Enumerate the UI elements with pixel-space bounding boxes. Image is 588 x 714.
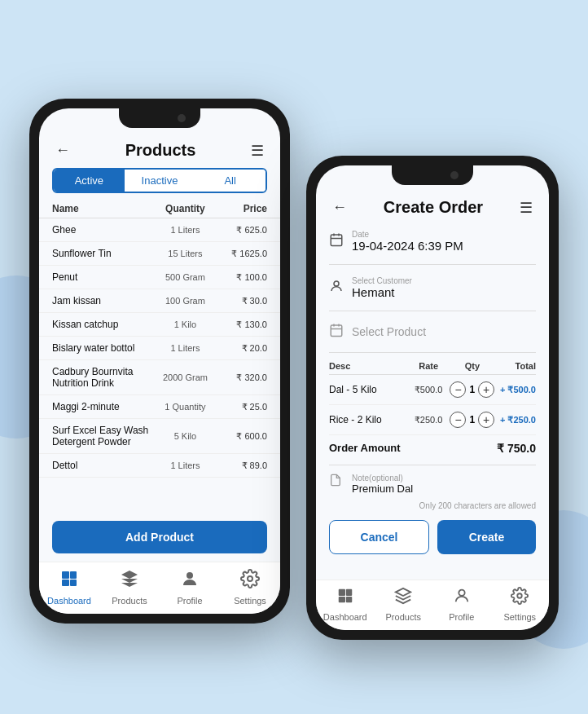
select-product-row[interactable]: Select Product bbox=[329, 315, 536, 349]
customer-row[interactable]: Select Customer Hemant bbox=[329, 268, 536, 307]
date-label: Date bbox=[352, 230, 536, 239]
product-name: Surf Excel Easy Wash Detergent Powder bbox=[52, 425, 155, 447]
divider-4 bbox=[329, 465, 536, 465]
oth-rate: Rate bbox=[409, 361, 449, 371]
products-title: Products bbox=[125, 141, 196, 160]
product-row[interactable]: Cadbury Bournvita Nutrition Drink 2000 G… bbox=[39, 360, 280, 395]
note-label: Note(optional) bbox=[352, 474, 536, 483]
order-item-desc: Dal - 5 Kilo bbox=[329, 384, 409, 395]
product-select-icon bbox=[329, 323, 352, 341]
menu-button-right[interactable]: ☰ bbox=[520, 199, 533, 217]
qty-increase[interactable]: + bbox=[478, 381, 494, 398]
divider-3 bbox=[329, 352, 536, 353]
note-icon bbox=[329, 474, 352, 489]
product-row[interactable]: Dettol 1 Liters ₹ 89.0 bbox=[39, 454, 280, 478]
nav-products-right[interactable]: Products bbox=[375, 587, 433, 622]
nav-label-settings-left: Settings bbox=[234, 596, 266, 606]
svg-point-20 bbox=[518, 593, 523, 598]
order-content: Date 19-04-2024 6:39 PM Select Customer … bbox=[316, 222, 549, 580]
divider-1 bbox=[329, 264, 536, 265]
back-button-left[interactable]: ← bbox=[55, 142, 70, 159]
nav-label-dashboard-left: Dashboard bbox=[47, 596, 91, 606]
product-qty: 500 Gram bbox=[155, 272, 216, 282]
products-table-header: Name Quantity Price bbox=[39, 200, 280, 218]
camera-right bbox=[450, 171, 459, 179]
product-row[interactable]: Bislary water bottol 1 Liters ₹ 20.0 bbox=[39, 337, 280, 360]
note-content: Note(optional) Premium Dal bbox=[352, 474, 536, 495]
nav-profile-left[interactable]: Profile bbox=[160, 569, 220, 606]
customer-value: Hemant bbox=[352, 285, 536, 299]
dashboard-icon-left bbox=[59, 569, 79, 593]
qty-decrease[interactable]: − bbox=[450, 412, 466, 428]
product-row[interactable]: Ghee 1 Liters ₹ 625.0 bbox=[39, 218, 280, 242]
select-product-content: Select Product bbox=[352, 325, 536, 338]
menu-button-left[interactable]: ☰ bbox=[251, 142, 264, 160]
product-row[interactable]: Jam kissan 100 Gram ₹ 30.0 bbox=[39, 289, 280, 313]
product-name: Dettol bbox=[52, 460, 155, 471]
date-content: Date 19-04-2024 6:39 PM bbox=[352, 230, 536, 253]
product-qty: 15 Liters bbox=[155, 249, 216, 258]
qty-decrease[interactable]: − bbox=[450, 381, 466, 398]
order-item-qty: − 1 + bbox=[449, 381, 497, 398]
bottom-nav-left: Dashboard Products Profile bbox=[39, 562, 280, 614]
divider-2 bbox=[329, 311, 536, 311]
tab-all[interactable]: All bbox=[195, 170, 265, 192]
product-row[interactable]: Surf Excel Easy Wash Detergent Powder 5 … bbox=[39, 419, 280, 454]
product-qty: 1 Kilo bbox=[155, 320, 216, 329]
dashboard-icon-right bbox=[336, 587, 354, 610]
svg-rect-0 bbox=[62, 571, 69, 579]
nav-label-settings-right: Settings bbox=[503, 612, 536, 622]
add-product-button[interactable]: Add Product bbox=[52, 521, 267, 553]
tab-inactive[interactable]: Inactive bbox=[125, 170, 195, 192]
oth-total: Total bbox=[496, 361, 536, 371]
customer-label: Select Customer bbox=[352, 276, 536, 285]
action-buttons: Cancel Create bbox=[329, 515, 536, 562]
products-header: ← Products ☰ bbox=[39, 134, 280, 165]
order-item-total: + ₹250.0 bbox=[496, 415, 536, 425]
order-item-desc: Rice - 2 Kilo bbox=[329, 414, 409, 425]
order-item-rate: ₹250.0 bbox=[409, 415, 449, 425]
product-price: ₹ 25.0 bbox=[216, 402, 267, 412]
notch-right bbox=[392, 165, 473, 185]
product-qty: 1 Liters bbox=[155, 343, 216, 353]
order-item-row: Dal - 5 Kilo ₹500.0 − 1 + + ₹500.0 bbox=[329, 375, 536, 405]
profile-icon-right bbox=[453, 587, 471, 610]
product-row[interactable]: Sunflower Tin 15 Liters ₹ 1625.0 bbox=[39, 242, 280, 266]
order-item-row: Rice - 2 Kilo ₹250.0 − 1 + + ₹250.0 bbox=[329, 405, 536, 435]
svg-rect-2 bbox=[62, 580, 69, 586]
product-price: ₹ 89.0 bbox=[216, 461, 267, 471]
product-name: Cadbury Bournvita Nutrition Drink bbox=[52, 366, 155, 389]
phone-left: ← Products ☰ Active Inactive All Name Qu… bbox=[29, 99, 290, 624]
nav-dashboard-right[interactable]: Dashboard bbox=[316, 587, 375, 622]
products-tabs: Active Inactive All bbox=[52, 168, 267, 193]
cancel-button[interactable]: Cancel bbox=[329, 520, 429, 554]
nav-settings-right[interactable]: Settings bbox=[491, 587, 550, 622]
tab-active[interactable]: Active bbox=[54, 170, 125, 192]
nav-settings-left[interactable]: Settings bbox=[220, 569, 280, 606]
order-table-header: Desc Rate Qty Total bbox=[329, 356, 536, 375]
svg-rect-16 bbox=[346, 589, 352, 596]
svg-point-4 bbox=[186, 572, 193, 579]
nav-profile-right[interactable]: Profile bbox=[432, 587, 491, 622]
nav-dashboard-left[interactable]: Dashboard bbox=[39, 569, 99, 606]
qty-increase[interactable]: + bbox=[478, 412, 494, 428]
phones-container: ← Products ☰ Active Inactive All Name Qu… bbox=[29, 74, 559, 640]
back-button-right[interactable]: ← bbox=[332, 199, 347, 216]
product-row[interactable]: Penut 500 Gram ₹ 100.0 bbox=[39, 266, 280, 289]
svg-rect-3 bbox=[70, 580, 77, 586]
col-quantity: Quantity bbox=[155, 203, 216, 214]
create-button[interactable]: Create bbox=[437, 520, 536, 554]
product-name: Penut bbox=[52, 271, 155, 283]
nav-label-dashboard-right: Dashboard bbox=[323, 612, 367, 622]
nav-products-left[interactable]: Products bbox=[99, 569, 160, 606]
product-price: ₹ 20.0 bbox=[216, 343, 267, 354]
product-name: Ghee bbox=[52, 224, 155, 236]
product-qty: 2000 Gram bbox=[155, 372, 216, 382]
product-qty: 5 Kilo bbox=[155, 431, 216, 441]
product-row[interactable]: Kissan catchup 1 Kilo ₹ 130.0 bbox=[39, 313, 280, 337]
qty-value: 1 bbox=[469, 384, 475, 395]
nav-label-profile-right: Profile bbox=[449, 612, 474, 622]
product-name: Bislary water bottol bbox=[52, 342, 155, 354]
product-row[interactable]: Maggi 2-minute 1 Quantity ₹ 25.0 bbox=[39, 395, 280, 419]
col-name: Name bbox=[52, 203, 155, 214]
